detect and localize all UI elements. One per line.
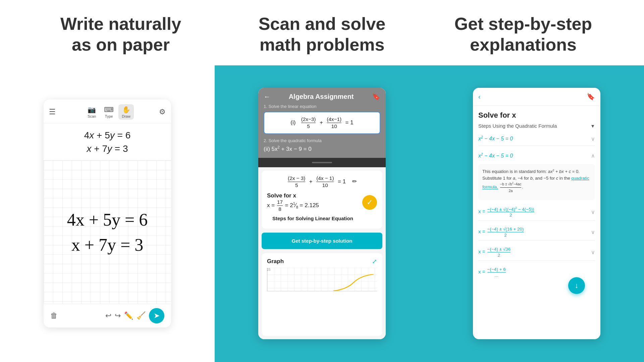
step3-frac: −(−4) ± √((−4)2 − 4(−5)) 2 [487,206,534,218]
draw-icon: ✋ [122,106,130,114]
handwritten-equations: 4x + 5y = 6 x + 7y = 3 [67,210,148,255]
solve-frac: 178 [277,199,283,212]
eraser-icon[interactable]: 🧹 [137,311,146,320]
step1-chevron: ∨ [591,136,595,142]
steps-label: Steps for Solving Linear Equation [267,212,377,224]
mid-graph-card: Graph ⤢ 15 [262,253,382,336]
phone-card-right: ‹ 🔖 Solve for x Steps Using the Quadrati… [473,88,600,339]
step4-chevron: ∨ [591,229,595,235]
bottom-tools-right: ↩ ↪ ✏️ 🧹 ➤ [105,308,164,323]
step1-eq: x2 − 4x − 5 = 0 [478,135,513,142]
step2-chevron: ∧ [591,153,595,159]
problem1-label: 1. Solve the linear equation [264,104,380,109]
bookmark-icon[interactable]: 🔖 [372,93,380,101]
pencil-icon[interactable]: ✏️ [124,311,133,320]
step-row-2[interactable]: x2 − 4x − 5 = 0 ∧ [478,149,595,162]
frac-result-2: (4x − 1) 10 [316,175,334,188]
type-label: Type [105,114,113,118]
step5-frac: −(−4) ± √36 2 [487,247,511,258]
quadratic-formula-link[interactable]: quadratic formula, [482,176,589,190]
frac-2x3: (2x−3) 5 [301,116,316,129]
type-button[interactable]: ⌨ Type [101,104,117,120]
step-row-3[interactable]: x = −(−4) ± √((−4)2 − 4(−5)) 2 ∨ [478,203,595,221]
panel-middle: ← Algebra Assignment 🔖 1. Solve the line… [215,65,429,362]
back-icon[interactable]: ← [264,93,270,101]
check-icon: ✓ [362,195,377,210]
right-nav: ‹ 🔖 [473,88,600,106]
right-method-row[interactable]: Steps Using the Quadratic Formula ▼ [478,123,595,129]
camera-icon: 📷 [88,106,96,114]
right-body: Solve for x Steps Using the Quadratic Fo… [473,106,600,339]
toolbar-buttons: 📷 Scan ⌨ Type ✋ Draw [84,104,134,120]
mid-result-eq: (2x − 3) 5 + (4x − 1) 10 = 1 ✏ [267,175,377,188]
header-col-2: Scan and solvemath problems [221,13,423,55]
expanded-section: This equation is in standard form: ax2 +… [478,164,595,200]
panels-row: ☰ 📷 Scan ⌨ Type ✋ Draw ⚙ [0,65,644,362]
phone-toolbar: ☰ 📷 Scan ⌨ Type ✋ Draw ⚙ [44,100,171,123]
problem2-label: 2. Solve the quadratic formula [264,138,380,143]
step-row-1[interactable]: x2 − 4x − 5 = 0 ∨ [478,132,595,145]
bottom-toolbar: 🗑 ↩ ↪ ✏️ 🧹 ➤ [44,304,171,327]
typed-eq-1: 4x + 5y = 6 [54,130,161,141]
graph-label-15: 15 [267,268,270,272]
expand-icon[interactable]: ⤢ [372,258,377,265]
right-back-icon[interactable]: ‹ [478,93,481,101]
frac-4x1: (4x−1) 10 [327,116,341,129]
step6-eq: x = −(−4) + 6 ... [478,267,506,278]
graph-title: Graph [267,258,284,265]
trash-icon[interactable]: 🗑 [50,311,58,320]
draw-button[interactable]: ✋ Draw [118,104,134,120]
mid-solve-left: Solve for x x = 178 = 21⁄8 = 2.125 [267,192,319,212]
mid-body: (2x − 3) 5 + (4x − 1) 10 = 1 ✏ Solve fo [258,167,386,339]
undo-icon[interactable]: ↩ [105,311,111,320]
right-bottom-row: ↓ [478,284,595,304]
handwritten-eq-2: x + 7y = 3 [67,235,148,255]
solve-value: x = 178 = 21⁄8 = 2.125 [267,199,319,212]
formula-frac: −b ± √b2−4ac 2a [500,181,522,193]
step5-chevron: ∨ [591,249,595,255]
expanded-text: This equation is in standard form: ax2 +… [482,168,591,193]
step3-eq: x = −(−4) ± √((−4)2 − 4(−5)) 2 [478,206,535,218]
settings-icon[interactable]: ⚙ [159,108,166,116]
step2-eq: x2 − 4x − 5 = 0 [478,153,513,159]
scroll-down-button[interactable]: ↓ [568,277,585,294]
menu-icon[interactable]: ☰ [49,108,56,116]
header-title-2: Scan and solvemath problems [221,13,423,55]
notch-line [312,162,332,163]
header-title-1: Write naturallyas on paper [20,13,221,55]
problem1-eq: (i) (2x−3) 5 + (4x−1) 10 = 1 [269,116,375,129]
step4-eq: x = −(−4) ± √(16 + 20) 2 [478,227,525,238]
panel-left: ☰ 📷 Scan ⌨ Type ✋ Draw ⚙ [0,65,215,362]
mid-result-card: (2x − 3) 5 + (4x − 1) 10 = 1 ✏ Solve fo [262,171,382,229]
step5-eq: x = −(−4) ± √36 2 [478,247,511,258]
send-button[interactable]: ➤ [149,308,164,323]
typed-equation-area: 4x + 5y = 6 x + 7y = 3 [44,123,171,161]
problem2-eq: (ii) 5x2 + 3x − 9 = 0 [264,145,380,153]
graph-area: 15 [267,268,377,291]
grid-draw-area[interactable]: 4x + 5y = 6 x + 7y = 3 [44,161,171,304]
right-bookmark-icon[interactable]: 🔖 [587,93,595,101]
mid-graph-header: Graph ⤢ [267,258,377,265]
frac-result-1: (2x − 3) 5 [288,175,305,188]
cta-button[interactable]: Get step-by-step solution [262,233,382,249]
step3-chevron: ∨ [591,209,595,215]
mid-nav: ← Algebra Assignment 🔖 [264,93,380,101]
header-row: Write naturallyas on paper Scan and solv… [0,0,644,65]
redo-icon[interactable]: ↪ [115,311,121,320]
graph-curve [333,274,374,291]
mid-equation-box: (i) (2x−3) 5 + (4x−1) 10 = 1 [264,112,380,134]
header-col-3: Get step-by-stepexplanations [423,13,624,55]
phone-card-mid: ← Algebra Assignment 🔖 1. Solve the line… [258,88,386,339]
keyboard-icon: ⌨ [104,106,114,114]
step-row-5[interactable]: x = −(−4) ± √36 2 ∨ [478,244,595,261]
scan-label: Scan [88,114,96,118]
method-arrow: ▼ [590,123,595,129]
method-label: Steps Using the Quadratic Formula [478,123,557,129]
header-title-3: Get step-by-stepexplanations [423,13,624,55]
step4-frac: −(−4) ± √(16 + 20) 2 [487,227,524,238]
step6-frac: −(−4) + 6 ... [487,267,506,278]
panel-right: ‹ 🔖 Solve for x Steps Using the Quadrati… [429,65,644,362]
step-row-4[interactable]: x = −(−4) ± √(16 + 20) 2 ∨ [478,224,595,241]
mid-solve-row: Solve for x x = 178 = 21⁄8 = 2.125 ✓ [267,192,377,212]
scan-button[interactable]: 📷 Scan [84,104,99,120]
